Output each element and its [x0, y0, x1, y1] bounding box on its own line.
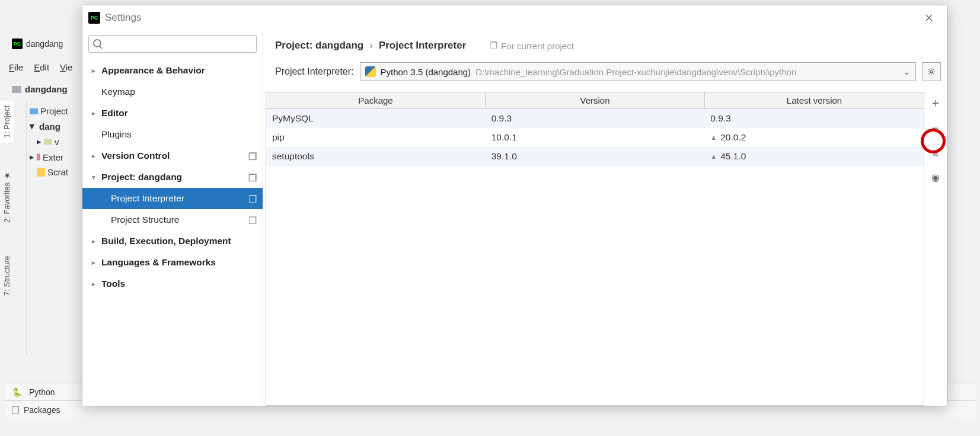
gear-icon: [927, 68, 936, 76]
tool-tab-structure[interactable]: 7: Structure: [0, 251, 14, 300]
svg-point-0: [930, 70, 933, 73]
tool-tab-favorites[interactable]: 2: Favorites ★: [0, 166, 14, 227]
scope-icon: ❐: [248, 194, 257, 203]
folder-icon: [44, 139, 52, 145]
chevron-down-icon: ⌄: [903, 66, 911, 77]
breadcrumb-project[interactable]: Project: dangdang: [275, 40, 363, 52]
plus-icon: ＋: [930, 95, 941, 111]
chevron-right-icon: [92, 238, 98, 245]
add-package-button[interactable]: ＋: [927, 94, 944, 111]
tool-tab-project[interactable]: 1: Project: [0, 101, 14, 143]
cell-package: PyMySQL: [266, 113, 486, 124]
settings-titlebar: PC Settings: [82, 5, 947, 30]
settings-nav: Appearance & Behavior Keymap Editor Plug…: [82, 30, 263, 406]
minus-icon: －: [930, 120, 941, 136]
close-button[interactable]: [917, 9, 941, 27]
cell-latest: ▲20.0.2: [704, 132, 924, 143]
ide-menubar[interactable]: File Edit Vie: [9, 62, 72, 72]
chevron-right-icon: [92, 259, 98, 267]
nav-editor[interactable]: Editor: [82, 102, 263, 124]
chevron-right-icon: [30, 152, 34, 162]
settings-search[interactable]: [88, 35, 257, 53]
scope-hint: ❐ For current project: [490, 40, 574, 51]
nav-project-interpreter[interactable]: Project Interpreter❐: [82, 188, 263, 209]
upgrade-package-button[interactable]: ▲: [927, 144, 944, 161]
eye-icon: ◉: [931, 172, 940, 183]
project-pane-icon: [30, 108, 38, 114]
breadcrumb-page: Project Interpreter: [379, 40, 466, 52]
upgrade-available-icon: ▲: [710, 134, 717, 141]
ide-titlebar: PC dangdang: [12, 36, 63, 52]
search-icon: [93, 39, 101, 47]
table-row[interactable]: setuptools39.1.0▲45.1.0: [266, 147, 924, 166]
nav-project[interactable]: Project: dangdang❐: [82, 166, 263, 188]
chevron-right-icon: [92, 67, 98, 75]
ide-breadcrumb[interactable]: dangdang: [12, 84, 68, 94]
chevron-down-icon: [92, 174, 98, 181]
ide-title: dangdang: [26, 39, 63, 49]
folder-icon: [12, 86, 21, 93]
chevron-right-icon: [92, 152, 98, 160]
cell-version: 39.1.0: [486, 151, 705, 162]
scope-icon: ❐: [248, 173, 257, 181]
crumb-root[interactable]: dangdang: [25, 84, 68, 94]
scope-icon: ❐: [490, 40, 497, 51]
cell-package: setuptools: [266, 151, 486, 162]
pycharm-logo-icon: PC: [12, 39, 23, 49]
col-version[interactable]: Version: [486, 92, 705, 108]
nav-tools[interactable]: Tools: [82, 273, 263, 294]
nav-build[interactable]: Build, Execution, Deployment: [82, 230, 263, 252]
settings-title: Settings: [105, 12, 141, 24]
cell-latest: ▲45.1.0: [704, 151, 924, 162]
libraries-icon: ⦀: [37, 152, 40, 162]
interpreter-name: Python 3.5 (dangdang): [381, 67, 471, 77]
interpreter-path: D:\machine_learning\Graduation Project-x…: [475, 67, 898, 77]
scope-icon: ❐: [248, 152, 257, 160]
table-row[interactable]: pip10.0.1▲20.0.2: [266, 128, 924, 147]
chevron-right-icon: [92, 110, 98, 117]
python-icon: 🐍: [12, 387, 22, 397]
menu-view[interactable]: Vie: [60, 62, 72, 72]
menu-file[interactable]: File: [9, 62, 23, 72]
pycharm-logo-icon: PC: [88, 12, 100, 24]
cell-latest: 0.9.3: [704, 113, 924, 124]
up-arrow-icon: ▲: [930, 146, 941, 159]
nav-appearance[interactable]: Appearance & Behavior: [82, 60, 263, 81]
nav-plugins[interactable]: Plugins: [82, 124, 263, 145]
scope-icon: ❐: [248, 216, 257, 224]
show-early-releases-button[interactable]: ◉: [927, 169, 944, 185]
scratch-icon: [37, 168, 45, 177]
table-row[interactable]: PyMySQL0.9.30.9.3: [266, 109, 924, 128]
settings-breadcrumb: Project: dangdang › Project Interpreter …: [263, 30, 947, 57]
interpreter-label: Project Interpreter:: [275, 66, 354, 77]
chevron-right-icon: ›: [369, 40, 373, 52]
chevron-down-icon: [30, 121, 34, 132]
nav-project-structure[interactable]: Project Structure❐: [82, 209, 263, 230]
python-icon: [365, 66, 376, 77]
cell-version: 10.0.1: [486, 132, 705, 143]
table-header: Package Version Latest version: [266, 92, 924, 109]
remove-package-button[interactable]: －: [927, 119, 944, 136]
interpreter-combo[interactable]: Python 3.5 (dangdang) D:\machine_learnin…: [360, 62, 917, 81]
close-icon: [925, 14, 933, 21]
interpreter-settings-button[interactable]: [922, 62, 941, 81]
chevron-right-icon: [92, 280, 98, 288]
search-input[interactable]: [88, 35, 257, 53]
packages-toolbar: ＋ － ▲ ◉: [924, 92, 947, 406]
settings-main: Project: dangdang › Project Interpreter …: [263, 30, 947, 406]
packages-table[interactable]: Package Version Latest version PyMySQL0.…: [266, 92, 924, 406]
upgrade-available-icon: ▲: [710, 153, 717, 160]
cell-package: pip: [266, 132, 486, 143]
nav-version-control[interactable]: Version Control❐: [82, 145, 263, 166]
chevron-right-icon: [37, 136, 42, 147]
col-package[interactable]: Package: [266, 92, 486, 108]
nav-keymap[interactable]: Keymap: [82, 81, 263, 102]
col-latest[interactable]: Latest version: [705, 92, 924, 108]
packages-icon: [12, 406, 19, 413]
menu-edit[interactable]: Edit: [34, 62, 49, 72]
nav-languages[interactable]: Languages & Frameworks: [82, 252, 263, 273]
settings-dialog: PC Settings Appearance & Behavior Keymap…: [82, 5, 947, 406]
cell-version: 0.9.3: [486, 113, 705, 124]
ide-left-toolwindow[interactable]: 1: Project 2: Favorites ★ 7: Structure: [0, 101, 27, 355]
